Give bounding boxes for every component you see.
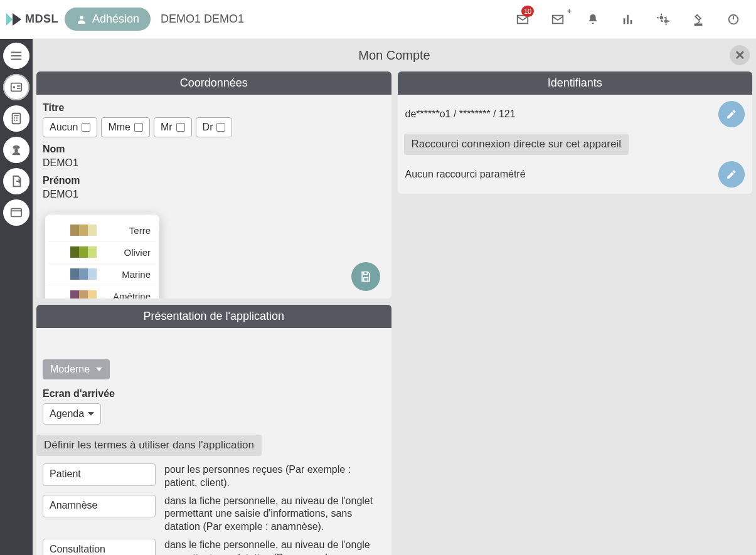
svg-point-9 bbox=[14, 149, 18, 152]
save-icon bbox=[359, 270, 372, 283]
checkbox-icon bbox=[82, 123, 90, 132]
mail-compose-icon[interactable]: + bbox=[540, 7, 575, 32]
nom-label: Nom bbox=[43, 144, 385, 155]
logo-icon bbox=[5, 11, 23, 28]
shortcut-subheader: Raccourci connexion directe sur cet appa… bbox=[404, 134, 629, 155]
rail-calculator-icon[interactable] bbox=[3, 105, 29, 132]
term-input-0[interactable]: Patient bbox=[43, 463, 156, 486]
pencil-icon bbox=[726, 169, 737, 180]
term-input-1[interactable]: Anamnèse bbox=[43, 495, 156, 517]
theme-option-label: Amétrine bbox=[103, 291, 151, 299]
theme-swatch bbox=[70, 290, 97, 299]
theme-select[interactable]: Moderne bbox=[43, 359, 110, 379]
mail-inbox-icon[interactable]: 10 bbox=[505, 7, 540, 32]
theme-option-olivier[interactable]: ✓Olivier bbox=[49, 241, 156, 263]
titre-label: Titre bbox=[43, 102, 385, 114]
checkbox-icon bbox=[176, 123, 185, 132]
svg-rect-6 bbox=[11, 83, 22, 92]
microscope-icon[interactable] bbox=[681, 7, 716, 32]
svg-marker-0 bbox=[6, 13, 13, 26]
term-row: Anamnèsedans la fiche personnelle, au ni… bbox=[43, 495, 385, 534]
term-input-2[interactable]: Consultation bbox=[43, 539, 156, 555]
term-row: Patientpour les personnes reçues (Par ex… bbox=[43, 463, 385, 490]
term-desc: pour les personnes reçues (Par exemple :… bbox=[164, 463, 385, 490]
save-button[interactable] bbox=[351, 262, 380, 291]
theme-swatch bbox=[70, 268, 97, 280]
titre-option-mme[interactable]: Mme bbox=[101, 117, 150, 137]
page-title-bar: Mon Compte ✕ bbox=[33, 39, 756, 71]
panel-presentation: Présentation de l'application Moderne Ec… bbox=[36, 305, 391, 555]
rail-staff-icon[interactable] bbox=[3, 137, 29, 163]
terms-subheader: Définir les termes à utiliser dans l'app… bbox=[36, 435, 262, 456]
svg-rect-10 bbox=[11, 209, 22, 217]
rail-menu-icon[interactable] bbox=[3, 43, 29, 69]
svg-point-7 bbox=[13, 86, 16, 88]
prenom-value: DEMO1 bbox=[43, 189, 385, 200]
edit-shortcut-button[interactable] bbox=[718, 161, 745, 188]
rail-card-icon[interactable] bbox=[3, 74, 29, 100]
svg-point-4 bbox=[664, 19, 668, 23]
theme-dropdown-menu: ✓Terre✓Olivier✓Marine✓Amétrine✓Euclase✓R… bbox=[45, 214, 159, 299]
edit-credentials-button[interactable] bbox=[718, 101, 745, 127]
app-logo[interactable]: MDSL bbox=[5, 11, 58, 28]
panel-presentation-header: Présentation de l'application bbox=[36, 305, 391, 328]
rail-window-icon[interactable] bbox=[3, 199, 29, 226]
terms-container: Patientpour les personnes reçues (Par ex… bbox=[43, 463, 385, 555]
user-icon bbox=[76, 14, 87, 25]
panel-coordonnees: Coordonnées Titre Aucun Mme Mr Dr Nom DE… bbox=[36, 71, 391, 299]
term-desc: dans le fiche personnelle, au niveau de … bbox=[164, 539, 385, 555]
theme-swatch bbox=[70, 246, 97, 258]
plus-indicator: + bbox=[567, 6, 572, 16]
credentials-text: de******o1 / ******** / 121 bbox=[405, 108, 516, 120]
adhesion-button[interactable]: Adhésion bbox=[65, 8, 151, 31]
stats-icon[interactable] bbox=[610, 7, 646, 32]
titre-options: Aucun Mme Mr Dr bbox=[43, 117, 385, 137]
theme-option-marine[interactable]: ✓Marine bbox=[49, 263, 156, 285]
header-username: DEMO1 DEMO1 bbox=[161, 13, 244, 26]
theme-option-label: Terre bbox=[103, 225, 151, 236]
panel-coord-header: Coordonnées bbox=[36, 71, 391, 95]
checkbox-icon bbox=[216, 123, 225, 132]
panel-ident-header: Identifiants bbox=[398, 71, 753, 95]
theme-option-terre[interactable]: ✓Terre bbox=[49, 219, 156, 241]
nom-value: DEMO1 bbox=[43, 157, 385, 169]
titre-option-dr[interactable]: Dr bbox=[196, 117, 233, 137]
theme-option-label: Marine bbox=[103, 269, 151, 280]
theme-option-amétrine[interactable]: ✓Amétrine bbox=[49, 285, 156, 299]
main-area: Mon Compte ✕ Coordonnées Titre Aucun Mme… bbox=[33, 39, 756, 555]
page-title: Mon Compte bbox=[358, 48, 430, 63]
app-header: MDSL Adhésion DEMO1 DEMO1 10 + bbox=[0, 0, 756, 39]
screen-label: Ecran d'arrivée bbox=[43, 388, 385, 399]
chevron-down-icon bbox=[88, 412, 94, 416]
screen-select[interactable]: Agenda bbox=[43, 403, 101, 425]
notification-badge: 10 bbox=[521, 6, 534, 17]
titre-option-aucun[interactable]: Aucun bbox=[43, 117, 97, 137]
power-icon[interactable] bbox=[716, 7, 751, 32]
panel-identifiants: Identifiants de******o1 / ******** / 121… bbox=[398, 71, 753, 194]
logo-text: MDSL bbox=[25, 13, 58, 26]
theme-swatch bbox=[70, 225, 97, 236]
header-icon-group: 10 + bbox=[505, 7, 751, 32]
svg-marker-1 bbox=[13, 13, 21, 26]
svg-point-3 bbox=[660, 16, 664, 19]
side-rail bbox=[0, 39, 33, 555]
theme-option-label: Olivier bbox=[103, 247, 151, 258]
pencil-icon bbox=[726, 108, 737, 120]
shortcut-value: Aucun raccourci paramétré bbox=[405, 169, 526, 180]
adhesion-label: Adhésion bbox=[92, 13, 139, 26]
rail-file-export-icon[interactable] bbox=[3, 168, 29, 194]
checkbox-icon bbox=[134, 123, 143, 132]
close-icon[interactable]: ✕ bbox=[730, 45, 750, 65]
prenom-label: Prénom bbox=[43, 175, 385, 186]
term-desc: dans la fiche personnelle, au niveau de … bbox=[164, 495, 385, 534]
bell-icon[interactable] bbox=[575, 7, 610, 32]
titre-option-mr[interactable]: Mr bbox=[154, 117, 192, 137]
settings-icon[interactable] bbox=[646, 7, 681, 32]
term-row: Consultationdans le fiche personnelle, a… bbox=[43, 539, 385, 555]
svg-point-2 bbox=[80, 16, 83, 19]
